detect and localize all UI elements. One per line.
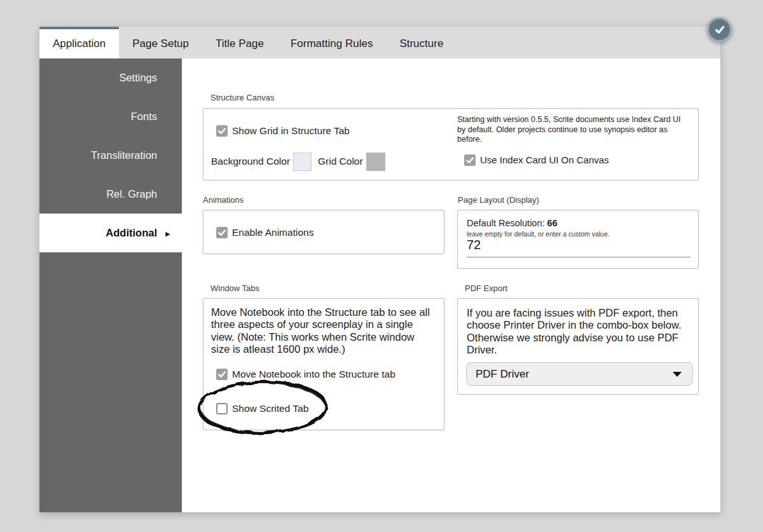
show-scrited-checkbox[interactable] [216,403,228,414]
sidebar-item-fonts[interactable]: Fonts [39,97,182,136]
pdf-export-description: If you are facing issues with PDF export… [467,307,682,356]
structure-canvas-box: Show Grid in Structure Tab Background Co… [203,108,699,181]
check-icon [713,23,727,37]
dropdown-arrow-icon [673,372,682,377]
pdf-driver-value: PDF Driver [476,368,529,381]
animations-label: Animations [203,195,244,205]
sidebar-item-rel-graph[interactable]: Rel. Graph [39,175,182,214]
window-tabs-label: Window Tabs [210,283,259,293]
pdf-driver-select[interactable]: PDF Driver [466,362,693,386]
enable-animations-label: Enable Animations [232,227,313,238]
pdf-export-box: If you are facing issues with PDF export… [457,298,699,395]
tab-page-setup[interactable]: Page Setup [119,27,202,58]
tab-bar: Application Page Setup Title Page Format… [39,27,720,58]
arrow-right-icon: ▸ [165,228,170,238]
background-color-swatch[interactable] [293,153,312,171]
sidebar-item-transliteration[interactable]: Transliteration [39,136,182,175]
sidebar-item-settings[interactable]: Settings [39,58,182,97]
grid-color-swatch[interactable] [366,153,385,171]
window-tabs-box: Move Notebook into the Structure tab to … [203,298,444,430]
tab-formatting-rules[interactable]: Formatting Rules [277,27,386,58]
default-resolution-row: Default Resolution: 66 [467,218,558,228]
use-index-card-label: Use Index Card UI On Canvas [480,154,609,166]
window-tabs-description: Move Notebook into the Structure tab to … [211,306,430,355]
tab-structure[interactable]: Structure [386,27,457,58]
settings-page: Application Page Setup Title Page Format… [0,0,763,532]
animations-box: Enable Animations [203,210,444,254]
structure-canvas-label: Structure Canvas [210,93,274,102]
default-resolution-label: Default Resolution: [467,218,545,228]
resolution-hint: leave empty for default, or enter a cust… [467,230,610,238]
tab-application[interactable]: Application [39,27,119,58]
grid-color-label: Grid Color [318,156,363,167]
tab-title-page[interactable]: Title Page [202,27,277,58]
sidebar-item-additional[interactable]: Additional ▸ [39,214,182,252]
check-icon [217,126,227,136]
show-grid-label: Show Grid in Structure Tab [232,125,350,137]
show-scrited-label: Show Scrited Tab [232,403,308,414]
page-layout-box: Default Resolution: 66 leave empty for d… [457,210,699,269]
move-notebook-checkbox[interactable] [216,369,228,380]
use-index-card-checkbox[interactable] [464,154,476,166]
page-layout-label: Page Layout (Display) [458,195,539,205]
index-card-note: Starting with version 0.5.5, Scrite docu… [457,115,681,145]
sidebar: Settings Fonts Transliteration Rel. Grap… [39,58,182,512]
done-button[interactable] [707,17,732,42]
background-color-label: Background Color [211,156,290,167]
check-icon [217,369,227,379]
pdf-export-label: PDF Export [465,283,507,293]
show-grid-checkbox[interactable] [216,125,228,137]
check-icon [217,228,227,238]
resolution-input-underline [467,257,691,257]
check-icon [465,155,475,165]
default-resolution-value: 66 [547,218,558,228]
enable-animations-checkbox[interactable] [216,227,228,238]
settings-dialog: Application Page Setup Title Page Format… [39,27,720,512]
resolution-input[interactable]: 72 [467,238,481,252]
move-notebook-label: Move Notebook into the Structure tab [232,369,395,380]
